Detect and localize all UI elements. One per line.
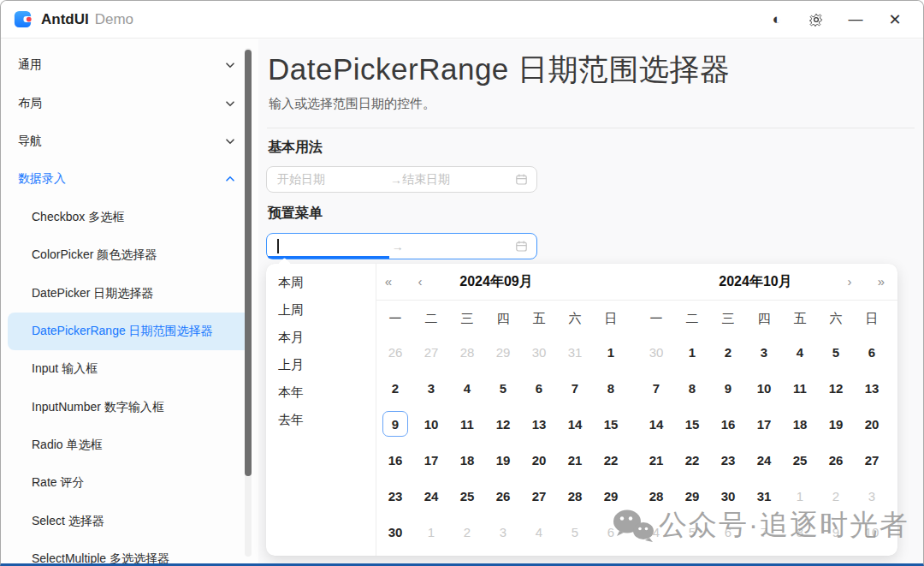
calendar-day[interactable]: 4 (638, 514, 674, 550)
calendar-day[interactable]: 11 (449, 406, 485, 442)
date-range-input-basic[interactable]: 开始日期 → 结束日期 (266, 166, 537, 193)
calendar-day[interactable]: 2 (377, 370, 413, 406)
calendar-day[interactable]: 31 (746, 478, 782, 514)
theme-toggle-icon[interactable]: ◐ (757, 1, 797, 39)
calendar-day[interactable]: 19 (818, 406, 854, 442)
calendar-day[interactable]: 28 (449, 334, 485, 370)
preset-menu-item[interactable]: 上月 (266, 351, 376, 378)
calendar-day[interactable]: 6 (521, 370, 557, 406)
sidebar-item[interactable]: SelectMultiple 多选选择器 (8, 540, 251, 566)
calendar-day[interactable]: 26 (377, 334, 413, 370)
calendar-day[interactable]: 14 (557, 406, 593, 442)
calendar-day[interactable]: 5 (818, 334, 854, 370)
calendar-day[interactable]: 3 (746, 334, 782, 370)
calendar-day[interactable]: 7 (557, 370, 593, 406)
sidebar-item[interactable]: Checkbox 多选框 (8, 199, 251, 236)
preset-menu-item[interactable]: 本周 (266, 269, 376, 296)
settings-gear-icon[interactable] (797, 1, 836, 39)
calendar-day[interactable]: 5 (674, 514, 710, 550)
preset-menu-item[interactable]: 本月 (266, 324, 376, 351)
calendar-day[interactable]: 30 (710, 478, 746, 514)
calendar-day[interactable]: 27 (521, 478, 557, 514)
calendar-day[interactable]: 15 (593, 406, 629, 442)
calendar-day[interactable]: 6 (710, 514, 746, 550)
sidebar-item[interactable]: Radio 单选框 (8, 426, 251, 464)
calendar-day[interactable]: 30 (521, 334, 557, 370)
calendar-day[interactable]: 24 (746, 442, 782, 478)
calendar-day[interactable]: 3 (854, 478, 890, 514)
sidebar-group[interactable]: 数据录入 (1, 160, 258, 198)
calendar-day[interactable]: 30 (377, 514, 413, 550)
calendar-day[interactable]: 9 (710, 370, 746, 406)
calendar-day[interactable]: 13 (854, 370, 890, 406)
calendar-day[interactable]: 8 (782, 514, 818, 550)
month-title-right[interactable]: 2024年10月 (719, 264, 791, 300)
calendar-day[interactable]: 2 (449, 514, 485, 550)
preset-menu-item[interactable]: 本年 (266, 378, 376, 406)
calendar-day[interactable]: 22 (674, 442, 710, 478)
calendar-day[interactable]: 31 (557, 334, 593, 370)
calendar-day[interactable]: 8 (593, 370, 629, 406)
calendar-day[interactable]: 17 (413, 442, 449, 478)
calendar-day[interactable]: 20 (521, 442, 557, 478)
sidebar-item[interactable]: Input 输入框 (8, 350, 251, 388)
calendar-day[interactable]: 11 (782, 370, 818, 406)
sidebar-group[interactable]: 导航 (1, 122, 258, 160)
calendar-day[interactable]: 17 (746, 406, 782, 442)
calendar-day[interactable]: 28 (557, 478, 593, 514)
next-month-icon[interactable]: › (839, 264, 860, 300)
calendar-day[interactable]: 21 (557, 442, 593, 478)
calendar-day[interactable]: 1 (413, 514, 449, 550)
calendar-day[interactable]: 21 (638, 442, 674, 478)
calendar-day[interactable]: 8 (674, 370, 710, 406)
calendar-day[interactable]: 6 (593, 514, 629, 550)
calendar-day[interactable]: 22 (593, 442, 629, 478)
calendar-day[interactable]: 14 (638, 406, 674, 442)
calendar-day[interactable]: 12 (818, 370, 854, 406)
calendar-day[interactable]: 2 (710, 334, 746, 370)
calendar-day[interactable]: 13 (521, 406, 557, 442)
calendar-day[interactable]: 29 (674, 478, 710, 514)
calendar-day[interactable]: 10 (854, 514, 890, 550)
calendar-day[interactable]: 2 (818, 478, 854, 514)
calendar-day[interactable]: 23 (710, 442, 746, 478)
sidebar-group[interactable]: 通用 (1, 46, 258, 84)
calendar-day[interactable]: 7 (638, 370, 674, 406)
calendar-day[interactable]: 16 (710, 406, 746, 442)
sidebar-item[interactable]: DatePicker 日期选择器 (8, 274, 251, 312)
calendar-day[interactable]: 6 (854, 334, 890, 370)
prev-month-icon[interactable]: ‹ (410, 264, 430, 300)
calendar-day[interactable]: 5 (557, 514, 593, 550)
calendar-day[interactable]: 27 (854, 442, 890, 478)
calendar-day[interactable]: 25 (782, 442, 818, 478)
sidebar-item[interactable]: InputNumber 数字输入框 (8, 389, 251, 426)
calendar-day[interactable]: 4 (521, 514, 557, 550)
preset-menu-item[interactable]: 去年 (266, 406, 376, 433)
next-year-icon[interactable]: » (871, 264, 891, 300)
calendar-day[interactable]: 10 (413, 406, 449, 442)
calendar-day[interactable]: 7 (746, 514, 782, 550)
calendar-day[interactable]: 3 (485, 514, 521, 550)
calendar-day[interactable]: 26 (485, 478, 521, 514)
calendar-day[interactable]: 25 (449, 478, 485, 514)
calendar-day[interactable]: 1 (782, 478, 818, 514)
sidebar-item[interactable]: ColorPicker 颜色选择器 (8, 236, 251, 274)
calendar-day[interactable]: 1 (674, 334, 710, 370)
sidebar-item[interactable]: Rate 评分 (8, 464, 251, 502)
calendar-day[interactable]: 5 (485, 370, 521, 406)
calendar-day[interactable]: 4 (449, 370, 485, 406)
calendar-day[interactable]: 24 (413, 478, 449, 514)
prev-year-icon[interactable]: « (378, 264, 399, 300)
calendar-day[interactable]: 26 (818, 442, 854, 478)
sidebar-item[interactable]: DatePickerRange 日期范围选择器 (8, 313, 251, 350)
calendar-day[interactable]: 23 (377, 478, 413, 514)
sidebar-group[interactable]: 布局 (1, 84, 258, 122)
date-range-input-preset[interactable]: → (266, 233, 537, 259)
calendar-day[interactable]: 28 (638, 478, 674, 514)
calendar-day[interactable]: 19 (485, 442, 521, 478)
sidebar-item[interactable]: Select 选择器 (8, 503, 251, 540)
sidebar-scrollbar-thumb[interactable] (245, 50, 252, 476)
close-button[interactable]: ✕ (875, 1, 915, 39)
calendar-day[interactable]: 1 (593, 334, 629, 370)
calendar-day[interactable]: 9 (377, 406, 413, 442)
